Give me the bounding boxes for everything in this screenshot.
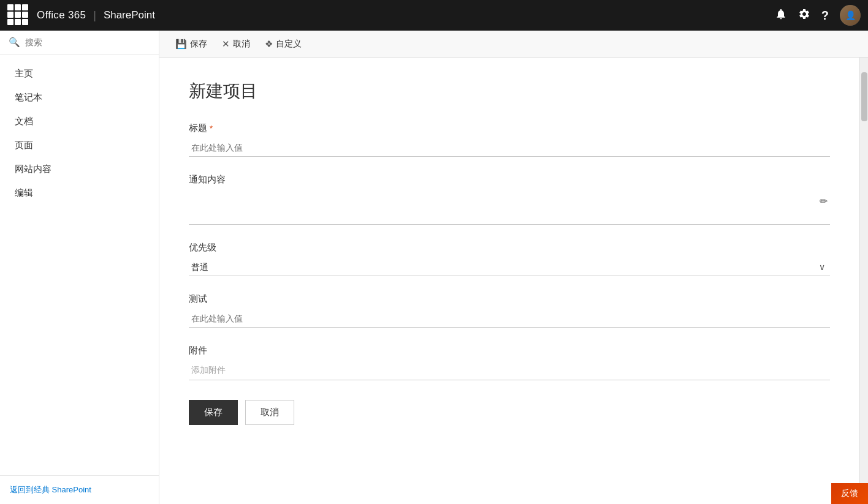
divider: |	[93, 9, 96, 22]
search-icon: 🔍	[9, 37, 20, 48]
scrollbar-thumb[interactable]	[861, 72, 867, 121]
title-section: 标题 *	[189, 122, 830, 157]
content-area: 新建项目 标题 * 通知内容 ✏	[159, 58, 859, 504]
notify-label: 通知内容	[189, 174, 830, 186]
search-bar[interactable]: 🔍	[0, 31, 159, 55]
toolbar-cancel-button[interactable]: ✕ 取消	[216, 36, 256, 52]
page-title: 新建项目	[189, 80, 830, 103]
toolbar-customize-button[interactable]: ❖ 自定义	[259, 36, 308, 52]
notification-icon[interactable]	[775, 8, 787, 23]
sidebar-item-notebook[interactable]: 笔记本	[0, 86, 159, 110]
cancel-toolbar-icon: ✕	[222, 39, 230, 50]
sidebar-item-home[interactable]: 主页	[0, 62, 159, 86]
sidebar-item-pages[interactable]: 页面	[0, 134, 159, 157]
save-toolbar-icon: 💾	[175, 39, 187, 50]
sidebar-item-edit[interactable]: 编辑	[0, 181, 159, 205]
attachment-label: 附件	[189, 345, 830, 356]
avatar[interactable]: 👤	[840, 5, 861, 26]
attachment-section: 附件 添加附件	[189, 345, 830, 380]
title-input[interactable]	[189, 139, 830, 157]
test-section: 测试	[189, 293, 830, 328]
top-bar: Office 365 | SharePoint ? 👤	[0, 0, 868, 31]
notify-section: 通知内容 ✏	[189, 174, 830, 225]
sidebar-nav: 主页 笔记本 文档 页面 网站内容 编辑	[0, 55, 159, 475]
edit-icon[interactable]: ✏	[820, 195, 828, 207]
priority-section: 优先级 普通 高 低 ∨	[189, 242, 830, 276]
save-button[interactable]: 保存	[189, 400, 238, 425]
notify-content: ✏	[189, 190, 830, 225]
form-buttons: 保存 取消	[189, 400, 830, 425]
sidebar-footer-link[interactable]: 返回到经典 SharePoint	[0, 475, 159, 504]
waffle-menu[interactable]	[7, 4, 29, 26]
toolbar: 💾 保存 ✕ 取消 ❖ 自定义	[159, 31, 868, 58]
app-name: Office 365	[37, 9, 86, 21]
add-attachment-button[interactable]: 添加附件	[189, 361, 830, 380]
toolbar-cancel-label: 取消	[233, 39, 250, 50]
test-label: 测试	[189, 293, 830, 305]
right-panel: 💾 保存 ✕ 取消 ❖ 自定义 新建项目 标题 *	[159, 31, 868, 504]
title-label: 标题 *	[189, 122, 830, 134]
required-star: *	[210, 124, 213, 133]
sidebar-item-site-content[interactable]: 网站内容	[0, 157, 159, 181]
main-layout: 🔍 主页 笔记本 文档 页面 网站内容 编辑 返回到经典 SharePoint …	[0, 31, 868, 504]
cancel-button[interactable]: 取消	[245, 400, 294, 425]
search-input[interactable]	[25, 37, 150, 47]
top-icons: ? 👤	[775, 5, 861, 26]
toolbar-customize-label: 自定义	[276, 39, 302, 50]
toolbar-save-label: 保存	[190, 39, 207, 50]
test-input[interactable]	[189, 310, 830, 328]
priority-label: 优先级	[189, 242, 830, 254]
priority-select[interactable]: 普通 高 低	[189, 258, 830, 276]
customize-toolbar-icon: ❖	[265, 39, 273, 50]
priority-select-wrapper: 普通 高 低 ∨	[189, 258, 830, 276]
sidebar-item-docs[interactable]: 文档	[0, 110, 159, 134]
feedback-badge[interactable]: 反馈	[831, 483, 868, 504]
settings-icon[interactable]	[798, 8, 810, 23]
product-name: SharePoint	[104, 9, 155, 21]
help-icon[interactable]: ?	[821, 9, 829, 23]
scrollbar-track[interactable]	[859, 58, 868, 504]
toolbar-save-button[interactable]: 💾 保存	[169, 36, 213, 52]
sidebar: 🔍 主页 笔记本 文档 页面 网站内容 编辑 返回到经典 SharePoint	[0, 31, 159, 504]
